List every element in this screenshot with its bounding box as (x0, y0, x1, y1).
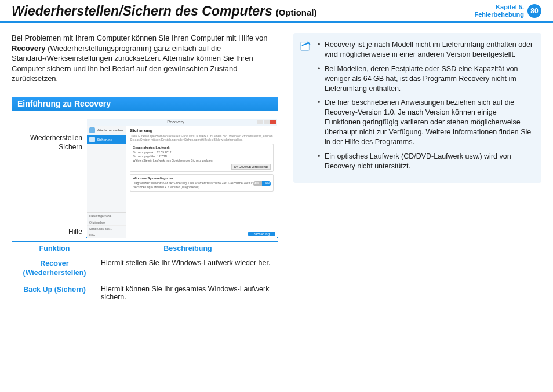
info-note-box: Recovery ist je nach Modell nicht im Lie… (293, 33, 541, 183)
panel-title: Gespeichertes Laufwerk (133, 146, 271, 149)
note-item: Ein optisches Laufwerk (CD/DVD-Laufwerk … (318, 152, 533, 171)
main-title: Sicherung (130, 128, 274, 133)
callout-labels: Wiederherstellen Sichern Hilfe (12, 118, 86, 238)
backup-icon (89, 137, 95, 142)
panel-diagnostics: Windows Systemdiagnose AUS EIN Diagnosti… (130, 174, 274, 192)
main-description: Diese Funktion speichert den aktuellen S… (130, 134, 274, 141)
diagnostics-description: Diagnostiziert Windows vor der Sicherung… (133, 181, 253, 189)
page-title-optional: (Optional) (276, 8, 317, 17)
diagnostics-toggle[interactable]: AUS EIN (253, 181, 271, 186)
backup-point: Sicherungspunkt : 12.09.2012 (133, 151, 271, 155)
intro-paragraph: Bei Problemen mit Ihrem Computer können … (12, 33, 278, 84)
chapter-text: Kapitel 5. Fehlerbehebung (474, 3, 524, 19)
note-item: Recovery ist je nach Modell nicht im Lie… (318, 40, 533, 60)
callout-restore: Wiederherstellen (30, 134, 82, 142)
sidebar-item-restore[interactable]: Wiederherstellen (87, 126, 126, 135)
callout-help: Hilfe (68, 228, 82, 236)
sidebar: Wiederherstellen Sicherung Datenträgerko… (87, 126, 126, 238)
toggle-on-label: EIN (265, 182, 270, 185)
diagnostics-text: AUS EIN Diagnostiziert Windows vor der S… (133, 181, 271, 189)
window-titlebar: Recovery (87, 119, 277, 126)
note-icon (299, 40, 312, 53)
restore-icon (89, 127, 95, 133)
sidebar-item-help[interactable]: Hilfe (87, 232, 126, 238)
window-title: Recovery (167, 120, 184, 124)
intro-bold: Recovery (12, 44, 46, 53)
title-block: Wiederherstellen/Sichern des Computers (… (12, 3, 317, 19)
window-buttons (257, 120, 276, 124)
backup-size: Sicherungsgröße : 12.7GB (133, 155, 271, 159)
cell-function: Recover (Wiederherstellen) (12, 255, 97, 281)
close-icon[interactable] (270, 120, 276, 124)
callout-backup: Sichern (59, 143, 82, 151)
note-item: Bei Modellen, deren Festplatte oder SSD … (318, 64, 533, 94)
page-number-badge: 80 (527, 4, 541, 18)
chapter-block: Kapitel 5. Fehlerbehebung 80 (474, 3, 541, 19)
screenshot-area: Wiederherstellen Sichern Hilfe Recovery (12, 118, 278, 238)
left-column: Bei Problemen mit Ihrem Computer können … (12, 33, 278, 305)
function-table: Funktion Beschreibung Recover (Wiederher… (12, 241, 278, 306)
right-column: Recovery ist je nach Modell nicht im Lie… (293, 33, 541, 305)
maximize-icon[interactable] (264, 120, 270, 124)
recovery-app-screenshot: Recovery Wiederherstellen (86, 118, 278, 238)
cell-function: Back Up (Sichern) (12, 281, 97, 305)
panel-title: Windows Systemdiagnose (133, 177, 271, 180)
sidebar-item-label: Sicherung (97, 138, 112, 141)
intro-part-2: (Wiederherstellungsprogramm) ganz einfac… (12, 44, 253, 83)
sidebar-item-runbackup[interactable]: Sicherungs-ausf... (87, 225, 126, 232)
sidebar-item-backup[interactable]: Sicherung (87, 135, 126, 144)
sidebar-item-original[interactable]: Originaldatei (87, 219, 126, 225)
minimize-icon[interactable] (257, 120, 263, 124)
cell-description: Hiermit stellen Sie Ihr Windows-Laufwerk… (97, 255, 278, 281)
backup-instruction: Wählen Sie ein Laufwerk zum Speichern de… (133, 159, 271, 163)
intro-part-1: Bei Problemen mit Ihrem Computer können … (12, 34, 267, 42)
note-item: Die hier beschriebenen Anweisungen bezie… (318, 98, 533, 146)
chapter-line-2: Fehlerbehebung (474, 11, 524, 19)
backup-button[interactable]: Sicherung (248, 232, 275, 236)
drive-select[interactable]: D:\ (200.0GB verbleibend) (231, 164, 271, 170)
sidebar-item-diskcopy[interactable]: Datenträgerkopie (87, 213, 126, 219)
page-header: Wiederherstellen/Sichern des Computers (… (0, 0, 553, 23)
table-header-function: Funktion (12, 241, 97, 255)
section-heading: Einführung zu Recovery (12, 97, 278, 111)
table-row: Back Up (Sichern) Hiermit können Sie Ihr… (12, 281, 278, 305)
sidebar-item-label: Wiederherstellen (97, 129, 123, 132)
cell-description: Hiermit können Sie Ihr gesamtes Windows-… (97, 281, 278, 305)
toggle-off-label: AUS (254, 182, 259, 185)
page-title: Wiederherstellen/Sichern des Computers (12, 3, 272, 19)
table-header-description: Beschreibung (97, 241, 278, 255)
main-panel: Sicherung Diese Funktion speichert den a… (126, 126, 277, 238)
panel-saved-drive: Gespeichertes Laufwerk Sicherungspunkt :… (130, 144, 274, 172)
chapter-line-1: Kapitel 5. (474, 3, 524, 11)
table-row: Recover (Wiederherstellen) Hiermit stell… (12, 255, 278, 281)
